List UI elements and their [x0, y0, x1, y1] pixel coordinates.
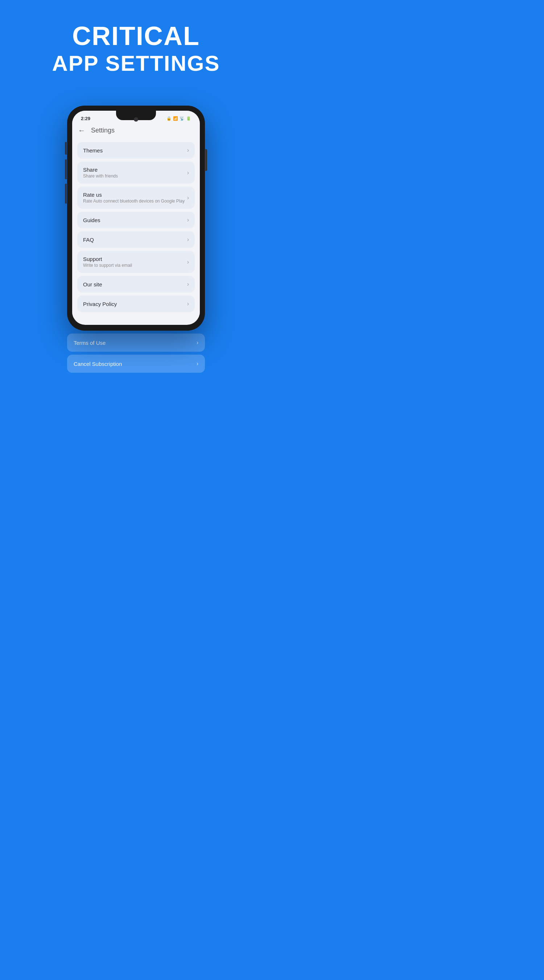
- header-title-app-settings: APP SETTINGS: [7, 51, 265, 76]
- app-header: ← Settings: [72, 123, 200, 139]
- settings-item-title-faq: FAQ: [83, 237, 94, 243]
- settings-item-privacy-policy[interactable]: Privacy Policy›: [77, 296, 195, 312]
- outside-item-terms-of-use[interactable]: Terms of Use›: [67, 334, 205, 352]
- header-section: CRITICAL APP SETTINGS: [0, 0, 272, 91]
- phone-screen: 2:29 🔒 📶 📡 🔋 ← Settings Themes›ShareShar…: [72, 111, 200, 325]
- status-icons: 🔒 📶 📡 🔋: [167, 116, 191, 121]
- settings-item-subtitle-rate-us: Rate Auto connect bluetooth devices on G…: [83, 199, 185, 204]
- chevron-right-icon: ›: [187, 301, 189, 307]
- settings-item-support[interactable]: SupportWrite to support via email›: [77, 251, 195, 273]
- settings-item-title-our-site: Our site: [83, 281, 102, 288]
- power-button: [205, 149, 207, 171]
- wifi-icon: 📶: [173, 116, 178, 121]
- volume-up-button: [65, 159, 67, 179]
- silent-button: [65, 142, 67, 154]
- settings-item-title-rate-us: Rate us: [83, 192, 185, 198]
- chevron-right-icon: ›: [197, 339, 198, 346]
- settings-item-themes[interactable]: Themes›: [77, 142, 195, 159]
- settings-item-guides[interactable]: Guides›: [77, 212, 195, 228]
- chevron-right-icon: ›: [187, 147, 189, 154]
- phone-container: 2:29 🔒 📶 📡 🔋 ← Settings Themes›ShareShar…: [67, 106, 205, 331]
- settings-item-title-themes: Themes: [83, 147, 103, 154]
- phone-frame: 2:29 🔒 📶 📡 🔋 ← Settings Themes›ShareShar…: [67, 106, 205, 331]
- lock-icon: 🔒: [167, 116, 171, 121]
- chevron-right-icon: ›: [187, 281, 189, 288]
- settings-item-our-site[interactable]: Our site›: [77, 276, 195, 293]
- chevron-right-icon: ›: [187, 194, 189, 201]
- settings-list: Themes›ShareShare with friends›Rate usRa…: [72, 139, 200, 318]
- settings-item-title-privacy-policy: Privacy Policy: [83, 301, 117, 307]
- outside-item-title-cancel-subscription: Cancel Subscription: [74, 361, 122, 367]
- settings-item-rate-us[interactable]: Rate usRate Auto connect bluetooth devic…: [77, 186, 195, 209]
- header-title-critical: CRITICAL: [7, 22, 265, 51]
- chevron-right-icon: ›: [187, 217, 189, 223]
- outside-item-cancel-subscription[interactable]: Cancel Subscription›: [67, 355, 205, 373]
- app-title: Settings: [91, 127, 114, 134]
- settings-item-title-share: Share: [83, 167, 118, 173]
- status-time: 2:29: [81, 116, 90, 121]
- settings-item-share[interactable]: ShareShare with friends›: [77, 162, 195, 184]
- back-button[interactable]: ←: [78, 126, 85, 135]
- battery-icon: 🔋: [186, 116, 191, 121]
- chevron-right-icon: ›: [187, 170, 189, 176]
- settings-item-subtitle-share: Share with friends: [83, 173, 118, 178]
- settings-item-title-guides: Guides: [83, 217, 100, 223]
- phone-notch: [116, 111, 156, 120]
- volume-down-button: [65, 184, 67, 204]
- outside-item-title-terms-of-use: Terms of Use: [74, 340, 106, 346]
- signal-icon: 📡: [179, 116, 185, 121]
- chevron-right-icon: ›: [187, 236, 189, 243]
- chevron-right-icon: ›: [187, 259, 189, 265]
- settings-item-title-support: Support: [83, 256, 132, 262]
- phone-camera: [134, 117, 138, 122]
- outside-items: Terms of Use›Cancel Subscription›: [67, 334, 205, 387]
- settings-item-faq[interactable]: FAQ›: [77, 231, 195, 248]
- chevron-right-icon: ›: [197, 360, 198, 367]
- settings-item-subtitle-support: Write to support via email: [83, 263, 132, 268]
